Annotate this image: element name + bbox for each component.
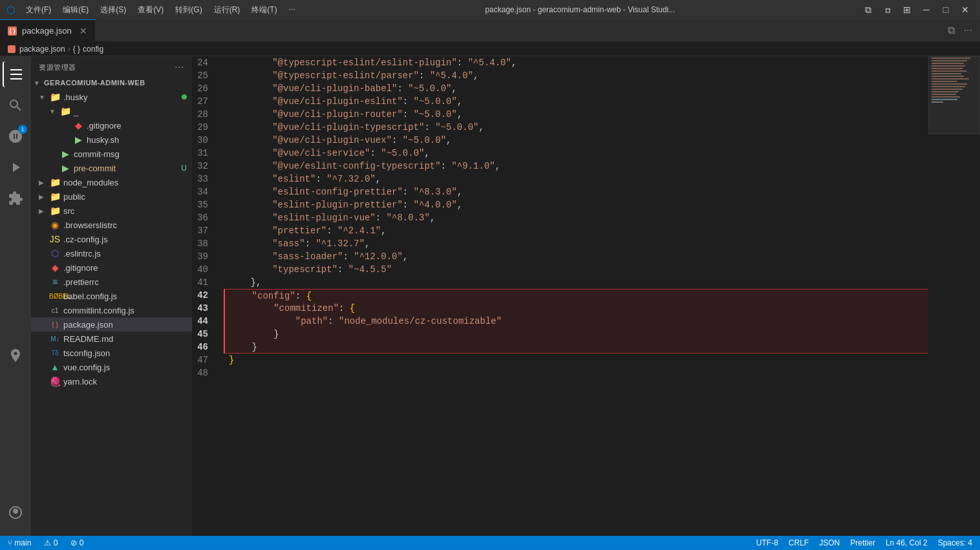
status-language[interactable]: JSON xyxy=(816,538,842,547)
maximize-button[interactable]: □ xyxy=(937,1,954,18)
label-package-json: package.json xyxy=(63,320,192,330)
code-line-43: "commitizen": { xyxy=(225,302,928,315)
menu-run[interactable]: 运行(R) xyxy=(209,3,246,17)
activity-git[interactable]: 1 xyxy=(3,123,28,149)
status-cursor[interactable]: Ln 46, Col 2 xyxy=(883,538,930,547)
activity-settings[interactable] xyxy=(3,500,28,525)
tree-item-src[interactable]: ▶ 📁 src xyxy=(31,204,192,218)
tree-item-prettierrc[interactable]: ≡ .prettierrc xyxy=(31,275,192,289)
tree-item-underscore[interactable]: ▼ 📁 _ xyxy=(31,104,192,118)
ln-28: 28 xyxy=(193,108,216,121)
activity-run[interactable] xyxy=(3,154,28,180)
menu-more[interactable]: ··· xyxy=(284,3,301,17)
statusbar-right: UTF-8 CRLF JSON Prettier Ln 46, Col 2 Sp… xyxy=(754,538,975,547)
untracked-badge-pre-commit: U xyxy=(181,164,187,173)
status-indent[interactable]: Spaces: 4 xyxy=(935,538,975,547)
browserslist-icon: ◉ xyxy=(49,220,61,230)
menu-file[interactable]: 文件(F) xyxy=(21,3,56,17)
status-warnings[interactable]: ⊘ 0 xyxy=(68,538,86,547)
editor-area: 24 25 26 27 28 29 30 31 32 33 34 35 36 3… xyxy=(193,56,980,536)
json-icon-package: { } xyxy=(49,321,61,328)
root-arrow: ▼ xyxy=(34,79,41,87)
shell-icon-commit-msg: ▶ xyxy=(59,149,71,159)
sidebar-menu-button[interactable]: ··· xyxy=(175,61,184,73)
activity-explorer[interactable] xyxy=(3,61,28,87)
menu-bar[interactable]: 文件(F) 编辑(E) 选择(S) 查看(V) 转到(G) 运行(R) 终端(T… xyxy=(21,3,301,17)
main-area: 1 资源管理器 ··· xyxy=(0,56,980,536)
ln-43: 43 xyxy=(193,302,216,315)
ln-42: 42 xyxy=(193,289,216,302)
tree-item-husky[interactable]: ▼ 📁 .husky xyxy=(31,90,192,104)
json-file-icon: { } xyxy=(8,26,17,36)
tree-item-vue-config[interactable]: ▲ vue.config.js xyxy=(31,360,192,374)
sidebar-header: 资源管理器 ··· xyxy=(31,56,192,76)
breadcrumb-file[interactable]: package.json xyxy=(19,45,65,54)
gitignore-root-icon: ◆ xyxy=(49,262,61,273)
menu-select[interactable]: 选择(S) xyxy=(95,3,131,17)
status-eol[interactable]: CRLF xyxy=(786,538,811,547)
tab-package-json[interactable]: { } package.json ✕ xyxy=(0,19,96,41)
code-area[interactable]: "@typescript-eslint/eslint-plugin": "^5.… xyxy=(224,56,928,536)
tabbar-actions: ⧉ ··· xyxy=(940,19,980,41)
sidebar-title: 资源管理器 xyxy=(39,63,76,72)
code-line-36: "eslint-plugin-vue": "^8.0.3", xyxy=(224,211,928,224)
activity-extensions[interactable] xyxy=(3,185,28,211)
tree-item-yarn-lock[interactable]: 🧶 yarn.lock xyxy=(31,374,192,388)
more-actions-button[interactable]: ··· xyxy=(961,23,975,37)
breadcrumb-section-name[interactable]: config xyxy=(83,45,103,54)
status-branch[interactable]: ⑂ main xyxy=(5,538,34,547)
close-button[interactable]: ✕ xyxy=(957,1,974,18)
tree-item-cz-config[interactable]: JS .cz-config.js xyxy=(31,232,192,246)
tree-item-gitignore-root[interactable]: ◆ .gitignore xyxy=(31,260,192,275)
menu-goto[interactable]: 转到(G) xyxy=(170,3,207,17)
editor-content[interactable]: 24 25 26 27 28 29 30 31 32 33 34 35 36 3… xyxy=(193,56,928,536)
status-encoding[interactable]: UTF-8 xyxy=(754,538,781,547)
minimap xyxy=(928,56,980,536)
ln-26: 26 xyxy=(193,82,216,95)
svg-rect-19 xyxy=(928,56,980,134)
eslint-icon: ⬡ xyxy=(49,248,61,259)
label-cz-config: .cz-config.js xyxy=(63,235,192,244)
tree-item-gitignore-husky[interactable]: ◆ .gitignore xyxy=(31,118,192,132)
label-tsconfig: tsconfig.json xyxy=(63,348,192,358)
menu-terminal[interactable]: 终端(T) xyxy=(246,3,282,17)
label-browserslistrc: .browserslistrc xyxy=(63,220,192,230)
ln-30: 30 xyxy=(193,134,216,147)
menu-view[interactable]: 查看(V) xyxy=(133,3,169,17)
split-editor-button[interactable]: ⧉ xyxy=(945,23,957,37)
tree-item-babel[interactable]: BØBEL babel.config.js xyxy=(31,289,192,303)
tree-root[interactable]: ▼ GERACOMIUM-ADMIN-WEB xyxy=(31,76,192,90)
tree-item-commit-msg[interactable]: ▶ commit-msg xyxy=(31,147,192,161)
tab-close-button[interactable]: ✕ xyxy=(80,26,87,36)
tree-item-eslintrc[interactable]: ⬡ .eslintrc.js xyxy=(31,246,192,260)
tree-item-node-modules[interactable]: ▶ 📁 node_modules xyxy=(31,175,192,189)
ln-24: 24 xyxy=(193,56,216,69)
tree-item-browserslistrc[interactable]: ◉ .browserslistrc xyxy=(31,218,192,232)
ln-25: 25 xyxy=(193,69,216,82)
tree-item-package-json[interactable]: { } package.json xyxy=(31,317,192,332)
menu-edit[interactable]: 编辑(E) xyxy=(58,3,94,17)
tree-item-huskysh[interactable]: ▶ husky.sh xyxy=(31,132,192,147)
status-errors[interactable]: ⚠ 0 xyxy=(41,538,60,547)
status-formatter[interactable]: Prettier xyxy=(847,538,878,547)
activity-search[interactable] xyxy=(3,92,28,118)
ln-41: 41 xyxy=(193,276,216,289)
sidebar-toggle-button[interactable]: ⧉ xyxy=(860,1,877,18)
minimize-button[interactable]: ─ xyxy=(918,1,935,18)
tree-item-commitlint[interactable]: c1 commitlint.config.js xyxy=(31,303,192,317)
js-icon-cz: JS xyxy=(49,234,61,244)
ln-37: 37 xyxy=(193,224,216,237)
tree-item-pre-commit[interactable]: ▶ pre-commit U xyxy=(31,161,192,175)
tree-item-readme[interactable]: M↓ README.md xyxy=(31,332,192,346)
ln-36: 36 xyxy=(193,211,216,224)
panel-toggle-button[interactable]: ⧈ xyxy=(879,1,896,18)
breadcrumb-file-icon xyxy=(8,45,16,53)
folder-public-icon: 📁 xyxy=(49,191,61,202)
code-line-42: "config": { xyxy=(225,289,928,302)
folder-husky-icon: 📁 xyxy=(49,92,61,102)
activity-remote[interactable] xyxy=(3,343,28,368)
ln-32: 32 xyxy=(193,160,216,173)
tree-item-public[interactable]: ▶ 📁 public xyxy=(31,189,192,204)
layout-button[interactable]: ⊞ xyxy=(899,1,915,18)
tree-item-tsconfig[interactable]: Tδ tsconfig.json xyxy=(31,346,192,360)
